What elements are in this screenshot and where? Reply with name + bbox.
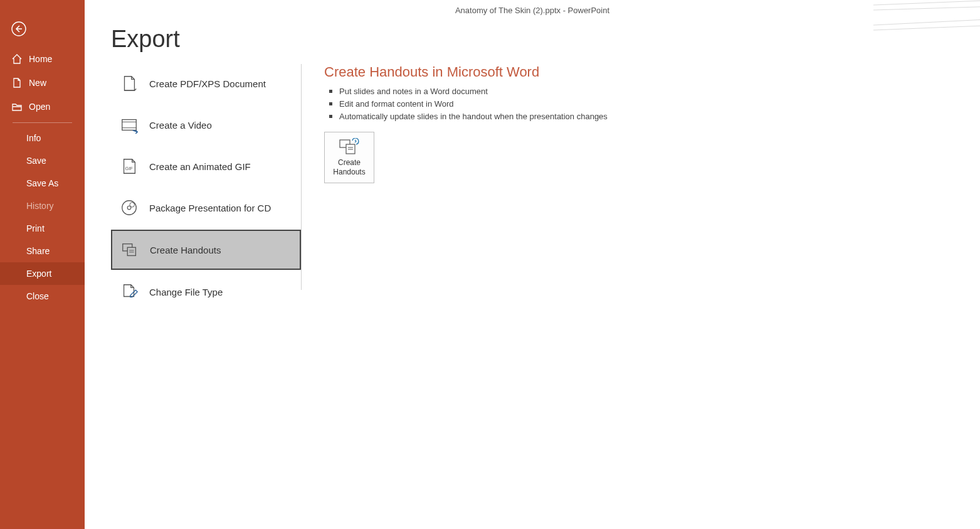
title-filename: Anatomy of The Skin (2).pptx [455,6,561,15]
content-area: Anatomy of The Skin (2).pptx - PowerPoin… [85,0,980,529]
export-option-label: Create a Video [149,120,212,131]
sidebar-label: Save [26,156,46,166]
detail-bullets: Put slides and notes in a Word document … [324,85,608,123]
svg-point-10 [122,201,137,215]
page-title: Export [85,21,980,64]
sidebar-label: Save As [26,178,58,188]
export-option-package-cd[interactable]: Package Presentation for CD [111,188,301,227]
title-app: PowerPoint [568,6,609,15]
sidebar-label: Open [29,102,50,112]
sidebar-item-history: History [0,195,85,217]
sidebar-label: Share [26,246,50,256]
gif-icon: GIF [119,156,139,176]
export-option-label: Create Handouts [150,245,221,255]
detail-bullet: Put slides and notes in a Word document [324,85,608,98]
detail-heading: Create Handouts in Microsoft Word [324,64,608,80]
cd-icon [119,198,139,218]
sidebar-label: Close [26,291,49,301]
change-file-type-icon [119,282,139,302]
sidebar-item-info[interactable]: Info [0,127,85,149]
handouts-icon [120,240,140,260]
detail-bullet: Edit and format content in Word [324,98,608,110]
sidebar-item-new[interactable]: New [0,71,85,95]
svg-rect-14 [127,247,135,255]
export-option-label: Create an Animated GIF [149,161,251,172]
export-option-pdf-xps[interactable]: Create PDF/XPS Document [111,64,301,103]
open-folder-icon [11,101,23,112]
sidebar-label: Info [26,133,41,143]
svg-point-12 [130,203,135,208]
export-option-video[interactable]: Create a Video [111,105,301,144]
sidebar-item-close[interactable]: Close [0,285,85,307]
pdf-xps-icon [119,73,139,94]
sidebar-label: Home [29,54,52,64]
sidebar-label: History [26,201,54,211]
backstage-sidebar: Home New Open Info Save Save As History … [0,0,85,529]
export-option-label: Create PDF/XPS Document [149,78,266,89]
video-icon [119,115,139,135]
create-handouts-button-icon [339,138,360,156]
sidebar-label: Export [26,269,51,279]
export-option-label: Package Presentation for CD [149,203,271,213]
export-option-change-type[interactable]: Change File Type [111,272,301,311]
sidebar-item-home[interactable]: Home [0,47,85,71]
export-option-label: Change File Type [149,287,223,297]
sidebar-item-save-as[interactable]: Save As [0,172,85,195]
sidebar-label: Print [26,223,45,233]
export-options-list: Create PDF/XPS Document Create a Video G… [85,64,301,529]
window-title: Anatomy of The Skin (2).pptx - PowerPoin… [85,0,980,21]
export-option-gif[interactable]: GIF Create an Animated GIF [111,147,301,186]
new-document-icon [11,77,23,88]
title-separator: - [561,6,568,15]
detail-bullet: Automatically update slides in the hando… [324,110,608,123]
back-button[interactable] [0,13,85,47]
sidebar-item-print[interactable]: Print [0,217,85,240]
sidebar-item-share[interactable]: Share [0,240,85,262]
export-body: Create PDF/XPS Document Create a Video G… [85,64,980,529]
svg-text:GIF: GIF [125,166,133,171]
sidebar-item-export[interactable]: Export [0,262,85,285]
export-detail-pane: Create Handouts in Microsoft Word Put sl… [307,64,625,529]
sidebar-label: New [29,78,46,88]
export-option-handouts[interactable]: Create Handouts [111,230,301,270]
home-icon [11,53,23,65]
sidebar-divider [13,122,72,123]
sidebar-item-open[interactable]: Open [0,95,85,119]
create-handouts-button[interactable]: CreateHandouts [324,132,374,183]
back-arrow-icon [11,21,26,36]
action-button-label: CreateHandouts [333,158,365,177]
svg-rect-6 [122,120,137,131]
vertical-divider [301,64,302,290]
sidebar-item-save[interactable]: Save [0,149,85,172]
